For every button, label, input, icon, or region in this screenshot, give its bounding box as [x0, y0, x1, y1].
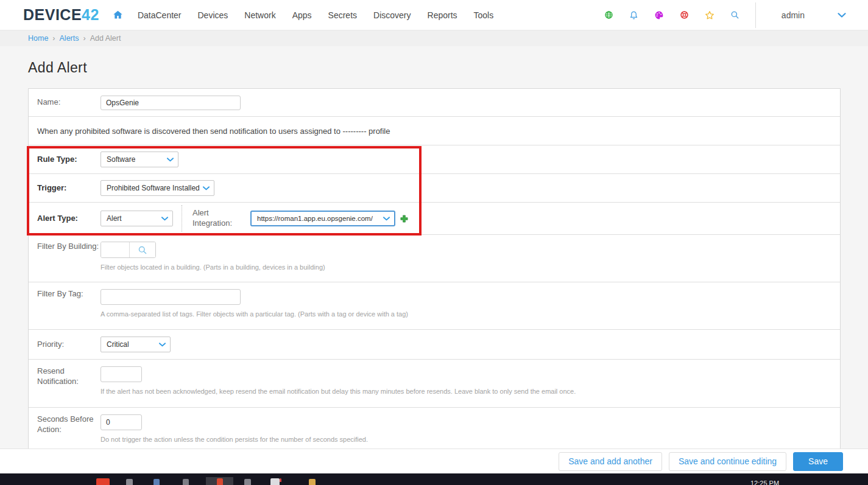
- save-and-add-another-button[interactable]: Save and add another: [559, 452, 662, 471]
- resend-notification-row: Resend Notification: If the alert has no…: [29, 359, 840, 407]
- name-input[interactable]: [101, 96, 241, 110]
- alert-integration-label: Alert Integration:: [192, 208, 241, 229]
- seconds-before-action-label: Seconds Before Action:: [37, 414, 101, 435]
- filter-tag-label: Filter By Tag:: [37, 289, 101, 299]
- nav-item-discovery[interactable]: Discovery: [373, 10, 411, 20]
- device42-logo[interactable]: DEVICE42: [23, 6, 99, 24]
- favorites-star-icon[interactable]: [705, 10, 715, 20]
- alert-form: Name: When any prohibited software is di…: [28, 88, 841, 450]
- taskbar-app-icon[interactable]: [270, 478, 280, 485]
- logo-text-device: DEVICE: [23, 6, 82, 23]
- globe-icon[interactable]: [604, 10, 613, 19]
- nav-right-icons: admin: [604, 2, 868, 28]
- breadcrumb-separator: ›: [52, 34, 55, 43]
- priority-row: Priority: Critical: [29, 329, 840, 359]
- chevron-down-icon: [161, 217, 168, 221]
- rule-description-row: When any prohibited software is discover…: [29, 116, 840, 145]
- nav-item-secrets[interactable]: Secrets: [328, 10, 357, 20]
- filter-building-help: Filter objects located in a building. (P…: [101, 263, 325, 271]
- priority-label: Priority:: [37, 340, 101, 350]
- resend-notification-input[interactable]: [101, 366, 142, 382]
- trigger-value: Prohibited Software Installed: [107, 184, 200, 192]
- trigger-row: Trigger: Prohibited Software Installed: [29, 173, 840, 202]
- filter-building-row: Filter By Building: Filter objects locat…: [29, 234, 840, 282]
- alert-integration-select[interactable]: https://roman1.app.eu.opsgenie.com/: [250, 211, 395, 226]
- nav-item-apps[interactable]: Apps: [292, 10, 312, 20]
- actions-bar: Save and add another Save and continue e…: [0, 448, 868, 473]
- taskbar-app-icon[interactable]: [183, 479, 189, 485]
- rule-type-label: Rule Type:: [37, 155, 101, 165]
- seconds-before-action-input[interactable]: [101, 414, 142, 430]
- taskbar-app-icon[interactable]: [244, 479, 251, 485]
- nav-divider: [755, 2, 756, 28]
- name-row: Name:: [29, 89, 840, 116]
- user-name: admin: [782, 10, 805, 20]
- filter-building-input[interactable]: [101, 242, 129, 257]
- chevron-down-icon: [838, 13, 846, 18]
- chevron-down-icon: [203, 186, 210, 190]
- resend-notification-help: If the alert has not been acknowledged, …: [101, 388, 576, 395]
- alert-type-label: Alert Type:: [37, 214, 101, 224]
- rule-type-row: Rule Type: Software: [29, 145, 840, 173]
- nav-item-devices[interactable]: Devices: [198, 10, 228, 20]
- main-menu: DataCenter Devices Network Apps Secrets …: [138, 10, 493, 20]
- notifications-bell-icon[interactable]: [629, 10, 638, 20]
- building-search-button[interactable]: [129, 242, 155, 257]
- alert-type-select[interactable]: Alert: [101, 211, 173, 226]
- chevron-down-icon: [383, 217, 390, 221]
- seconds-before-action-help: Do not trigger the action unless the con…: [101, 436, 368, 443]
- breadcrumb-current: Add Alert: [90, 34, 121, 43]
- breadcrumb-separator: ›: [83, 34, 85, 43]
- screen: DEVICE42 DataCenter Devices Network Apps…: [0, 0, 868, 485]
- help-lifebuoy-icon[interactable]: [680, 10, 689, 19]
- chevron-down-icon: [159, 343, 166, 347]
- magnifier-icon: [138, 245, 147, 255]
- alert-type-row: Alert Type: Alert Alert Integration: htt…: [29, 202, 840, 234]
- alert-integration-value: https://roman1.app.eu.opsgenie.com/: [257, 215, 373, 222]
- seconds-before-action-row: Seconds Before Action: Do not trigger th…: [29, 407, 840, 450]
- resend-notification-label: Resend Notification:: [37, 366, 101, 387]
- taskbar-app-icon[interactable]: [96, 478, 110, 485]
- save-button[interactable]: Save: [793, 452, 843, 471]
- dotted-divider: [182, 205, 182, 232]
- add-integration-plus-icon[interactable]: [400, 215, 408, 223]
- nav-item-network[interactable]: Network: [244, 10, 275, 20]
- breadcrumb-alerts[interactable]: Alerts: [60, 34, 79, 43]
- rule-description: When any prohibited software is discover…: [37, 127, 390, 136]
- chevron-down-icon: [167, 158, 174, 162]
- filter-building-label: Filter By Building:: [37, 242, 101, 252]
- alert-type-value: Alert: [107, 214, 122, 223]
- priority-value: Critical: [107, 340, 129, 349]
- filter-building-combo: [101, 242, 156, 258]
- filter-tag-row: Filter By Tag: A comma-separated list of…: [29, 282, 840, 329]
- taskbar-app-icon[interactable]: [309, 479, 316, 485]
- theme-palette-icon[interactable]: [654, 10, 664, 20]
- taskbar-app-icon[interactable]: [217, 478, 223, 485]
- name-label: Name:: [37, 97, 101, 108]
- taskbar-app-icon[interactable]: [126, 479, 133, 485]
- taskbar-clock: 12:25 PM: [750, 480, 779, 485]
- breadcrumb: Home › Alerts › Add Alert: [0, 30, 868, 46]
- home-icon[interactable]: [113, 10, 123, 20]
- page-title: Add Alert: [28, 60, 868, 76]
- top-nav: DEVICE42 DataCenter Devices Network Apps…: [0, 0, 868, 30]
- priority-select[interactable]: Critical: [101, 337, 171, 352]
- trigger-select[interactable]: Prohibited Software Installed: [101, 180, 214, 196]
- rule-type-value: Software: [107, 155, 135, 164]
- nav-item-tools[interactable]: Tools: [474, 10, 494, 20]
- taskbar: 12:25 PM: [0, 473, 868, 485]
- filter-tag-input[interactable]: [101, 289, 241, 305]
- nav-item-reports[interactable]: Reports: [428, 10, 457, 20]
- save-and-continue-editing-button[interactable]: Save and continue editing: [669, 452, 786, 471]
- nav-item-datacenter[interactable]: DataCenter: [138, 10, 182, 20]
- rule-type-select[interactable]: Software: [101, 152, 178, 167]
- trigger-label: Trigger:: [37, 183, 101, 194]
- logo-text-42: 42: [82, 6, 99, 23]
- taskbar-app-icon: [280, 478, 281, 482]
- taskbar-app-icon[interactable]: [153, 479, 160, 485]
- search-icon[interactable]: [730, 10, 739, 19]
- breadcrumb-home[interactable]: Home: [28, 34, 48, 43]
- filter-tag-help: A comma-separated list of tags. Filter o…: [101, 310, 408, 318]
- user-menu[interactable]: admin: [782, 10, 846, 20]
